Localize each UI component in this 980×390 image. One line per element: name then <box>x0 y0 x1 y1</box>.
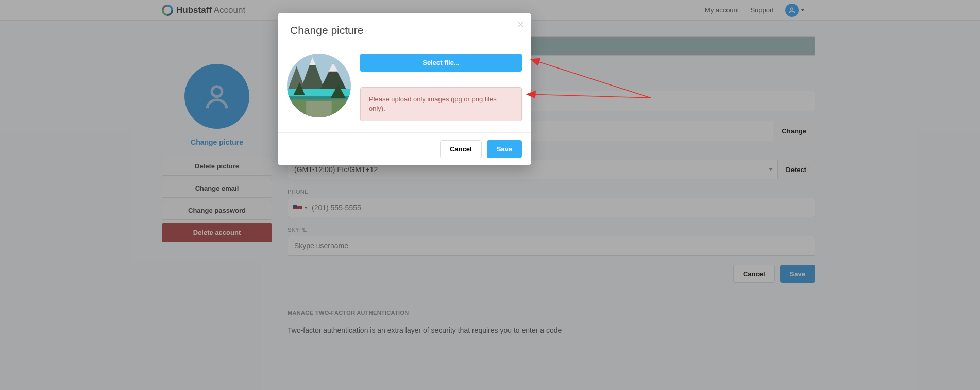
svg-rect-13 <box>306 101 332 117</box>
modal-cancel-button[interactable]: Cancel <box>440 140 482 158</box>
modal-title: Change picture <box>290 24 519 37</box>
change-picture-modal: Change picture × Select file... Please u… <box>278 13 531 165</box>
upload-error-alert: Please upload only images (jpg or png fi… <box>360 87 522 121</box>
select-file-button[interactable]: Select file... <box>360 54 522 72</box>
picture-preview <box>287 54 351 117</box>
modal-save-button[interactable]: Save <box>487 140 522 158</box>
close-icon[interactable]: × <box>517 18 524 31</box>
